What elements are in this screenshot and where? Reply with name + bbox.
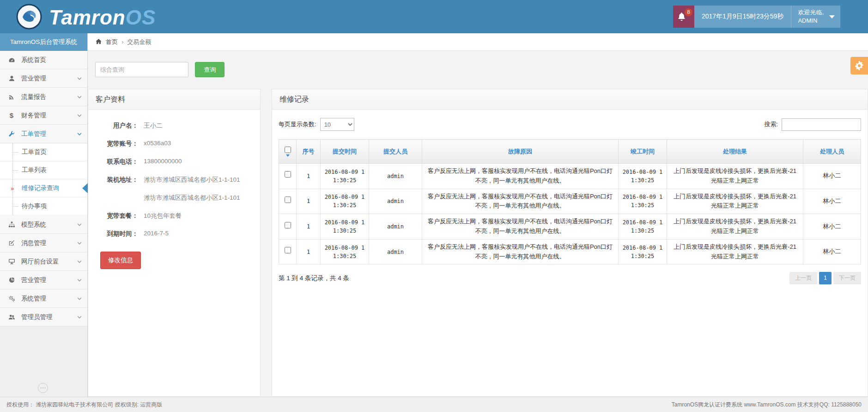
username: ADMIN	[798, 17, 824, 25]
sidebar-item-message-mgmt[interactable]: 消息管理	[0, 234, 87, 252]
chevron-down-icon	[77, 316, 82, 319]
sidebar-item-model-system[interactable]: 模型系统	[0, 215, 87, 234]
row-checkbox[interactable]	[285, 197, 291, 203]
caret-down-icon[interactable]	[286, 154, 290, 157]
table-search-input[interactable]	[782, 118, 861, 131]
col-header-finish-time: 竣工时间	[619, 140, 667, 164]
table-search-control: 搜索:	[764, 118, 861, 131]
record-count-summary: 第 1 到 4 条记录，共 4 条	[279, 274, 349, 283]
sidebar-subitem-workorder-home[interactable]: 工单首页	[0, 143, 87, 161]
chevron-down-icon	[77, 297, 82, 300]
brand-wordmark: TamronOS	[49, 6, 156, 29]
customer-info-panel: 客户资料 用户名： 王小二 宽带账号： x0536a03 联系电话： 13800…	[88, 89, 261, 397]
chevron-down-icon	[829, 15, 835, 18]
users-icon	[7, 314, 16, 320]
footer: 授权使用： 潍坊家园驿站电子技术有限公司 授权级别: 运营商版 TamronOS…	[0, 397, 868, 412]
sidebar: TamronOS后台管理系统 系统首页 营业管理 流量报告 $ 财务管理 工单管…	[0, 33, 88, 397]
sidebar-item-system-mgmt[interactable]: 系统管理	[0, 289, 87, 308]
gear-icon	[855, 61, 864, 70]
wrench-icon	[7, 130, 16, 137]
chevron-down-icon	[77, 77, 82, 80]
repair-panel-title: 维修记录	[272, 89, 868, 110]
customer-field-expiry: 到期时间： 2016-7-5	[97, 230, 251, 238]
sidebar-subitem-repair-records[interactable]: » 维修记录查询	[0, 179, 87, 197]
customer-panel-title: 客户资料	[88, 89, 260, 110]
breadcrumb-separator: ›	[121, 38, 123, 45]
sidebar-collapse-handle[interactable]: ⋯	[38, 383, 48, 393]
chevron-down-icon	[77, 279, 82, 282]
repair-records-panel: 维修记录 每页显示条数: 10 搜索:	[272, 89, 868, 397]
per-page-control: 每页显示条数: 10	[279, 118, 354, 131]
main-content: 首页 › 交易金额 查询 客户资料 用户名： 王小二 宽带账号： x0536a0…	[88, 33, 868, 397]
theme-settings-button[interactable]	[850, 57, 868, 74]
row-checkbox[interactable]	[285, 171, 291, 178]
panels-row: 客户资料 用户名： 王小二 宽带账号： x0536a03 联系电话： 13800…	[88, 89, 868, 397]
user-menu[interactable]: 欢迎光临, ADMIN	[791, 6, 840, 28]
sidebar-item-finance-mgmt[interactable]: $ 财务管理	[0, 106, 87, 125]
sidebar-subitem-todo[interactable]: 待办事项	[0, 197, 87, 215]
row-checkbox[interactable]	[285, 247, 291, 253]
sidebar-item-admin-mgmt[interactable]: 管理员管理	[0, 308, 87, 326]
active-marker-icon: »	[11, 185, 14, 192]
per-page-select[interactable]: 10	[320, 118, 354, 131]
topbar-widgets: 8 2017年1月9日15时23分59秒 欢迎光临, ADMIN	[673, 6, 840, 28]
sidebar-subitem-workorder-list[interactable]: 工单列表	[0, 161, 87, 179]
repair-records-table: 序号 提交时间 提交人员 故障原因 竣工时间 处理结果 处理人员 1	[279, 139, 861, 264]
globe-logo-icon	[16, 3, 42, 32]
col-header-handler: 处理人员	[803, 140, 861, 164]
table-row: 1 2016-08-09 11:30:25 admin 客户反应无法上网，客服核…	[279, 214, 861, 240]
col-header-submitter: 提交人员	[369, 140, 422, 164]
per-page-label: 每页显示条数:	[279, 120, 316, 129]
chevron-down-icon	[77, 133, 82, 135]
home-icon[interactable]	[95, 38, 102, 46]
row-checkbox[interactable]	[285, 222, 291, 228]
chevron-down-icon	[77, 223, 82, 226]
global-search-section: 查询	[88, 51, 868, 89]
dollar-icon: $	[7, 111, 16, 119]
footer-product-text: TamronOS腾龙认证计费系统 www.TamronOS.com 技术支持QQ…	[672, 401, 862, 409]
breadcrumb: 首页 › 交易金额	[88, 33, 868, 51]
col-header-fault: 故障原因	[422, 140, 619, 164]
breadcrumb-home[interactable]: 首页	[106, 38, 118, 46]
customer-field-address: 装机地址： 潍坊市潍城区西城名都小区1-1-101	[97, 176, 251, 184]
customer-field-address-2: 潍坊市潍城区西城名都小区1-1-101	[97, 194, 251, 202]
table-row: 1 2016-08-09 11:30:25 admin 客户反应无法上网，客服核…	[279, 189, 861, 214]
chevron-down-icon	[77, 114, 82, 117]
customer-field-account: 宽带账号： x0536a03	[97, 140, 251, 148]
search-input[interactable]	[95, 62, 188, 77]
chevron-down-icon	[77, 96, 82, 98]
user-icon	[7, 75, 16, 82]
customer-field-phone: 联系电话： 13800000000	[97, 158, 251, 166]
rss-icon	[7, 93, 16, 100]
sitemap-icon	[7, 221, 16, 228]
edit-info-button[interactable]: 修改信息	[100, 252, 141, 269]
clock-display: 2017年1月9日15时23分59秒	[694, 6, 791, 28]
notifications-button[interactable]: 8	[673, 6, 694, 28]
table-search-label: 搜索:	[764, 120, 778, 129]
page-1-button[interactable]: 1	[819, 272, 832, 284]
sidebar-item-workorder-mgmt[interactable]: 工单管理	[0, 125, 87, 143]
table-row: 1 2016-08-09 11:30:25 admin 客户反应无法上网，客服核…	[279, 164, 861, 189]
sidebar-item-traffic-report[interactable]: 流量报告	[0, 88, 87, 106]
sidebar-item-portal-settings[interactable]: 网厅前台设置	[0, 252, 87, 271]
sidebar-title: TamronOS后台管理系统	[0, 33, 87, 51]
customer-field-username: 用户名： 王小二	[97, 122, 251, 130]
sidebar-item-business-mgmt-2[interactable]: 营业管理	[0, 271, 87, 289]
footer-license-text: 授权使用： 潍坊家园驿站电子技术有限公司 授权级别: 运营商版	[6, 401, 162, 409]
chevron-down-icon	[77, 260, 82, 263]
select-all-header	[279, 140, 297, 164]
notification-count-badge: 8	[685, 8, 692, 16]
prev-page-button[interactable]: 上一页	[789, 272, 817, 284]
col-header-seq: 序号	[297, 140, 321, 164]
next-page-button[interactable]: 下一页	[833, 272, 861, 284]
query-button[interactable]: 查询	[195, 62, 225, 77]
edit-icon	[7, 240, 16, 246]
col-header-result: 处理结果	[667, 140, 803, 164]
sidebar-item-system-home[interactable]: 系统首页	[0, 51, 87, 69]
customer-field-plan: 宽带套餐： 10兆包年套餐	[97, 212, 251, 220]
select-all-checkbox[interactable]	[285, 147, 291, 153]
desktop-icon	[7, 258, 16, 265]
top-header: TamronOS 8 2017年1月9日15时23分59秒 欢迎光临, ADMI…	[0, 0, 868, 33]
sidebar-item-business-mgmt[interactable]: 营业管理	[0, 69, 87, 88]
welcome-text: 欢迎光临,	[798, 8, 824, 17]
